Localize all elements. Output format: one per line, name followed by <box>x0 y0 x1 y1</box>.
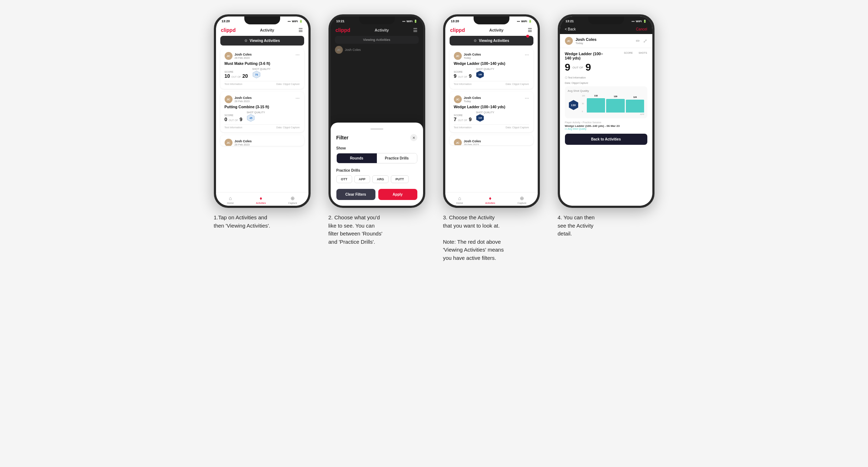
header-title-1: Activity <box>260 28 274 32</box>
user-date-3: 28 Feb 2023 <box>235 143 252 146</box>
sq-value-1: 75 <box>255 73 258 76</box>
nav-activities-1[interactable]: ♦ Activities <box>256 195 266 204</box>
activities-label-3: Activities <box>485 202 495 204</box>
phone-3: 13:20 ▪▪▪ WiFi 🔋 clippd Activity ☰ <box>443 14 540 208</box>
chart-x-label: APP <box>582 113 644 115</box>
phone-1: 13:20 ▪▪▪ WiFi 🔋 clippd Activity ☰ <box>214 14 311 208</box>
viewing-bar-1[interactable]: ⚙ Viewing Activities <box>220 36 304 46</box>
card-user-3-2: JC Josh Coles Today <box>454 95 481 103</box>
hamburger-3[interactable]: ☰ <box>528 27 532 33</box>
phone-notch-4 <box>588 16 624 24</box>
phone-1-col: 13:20 ▪▪▪ WiFi 🔋 clippd Activity ☰ <box>210 14 314 230</box>
status-icons-3: ▪▪▪ WiFi 🔋 <box>517 20 532 23</box>
app-header-3: clippd Activity ☰ <box>445 24 538 36</box>
activity-card-2[interactable]: JC Josh Coles 28 Feb 2023 ··· Putting Co… <box>220 92 304 132</box>
card-menu-3-2[interactable]: ··· <box>525 95 529 100</box>
status-time-2: 13:21 <box>336 19 345 23</box>
activity-card-1[interactable]: JC Josh Coles 28 Feb 2023 ··· Must Make … <box>220 48 304 89</box>
wifi-icon-2: WiFi <box>407 20 413 23</box>
back-to-activities-button[interactable]: Back to Activities <box>565 134 647 145</box>
user-info-3-2: Josh Coles Today <box>464 96 481 103</box>
phone-2-col: 13:21 ▪▪▪ WiFi 🔋 clippd Activity ☰ <box>325 14 429 246</box>
tag-arg[interactable]: ARG <box>372 175 389 183</box>
status-time-3: 13:20 <box>451 19 459 23</box>
cancel-button[interactable]: Cancel <box>636 27 647 31</box>
sq-value-3-1: 130 <box>478 73 482 76</box>
activity-card-3[interactable]: JC Josh Coles 28 Feb 2023 <box>220 135 304 146</box>
bar-1: 132 <box>587 98 605 113</box>
logo-1: clippd <box>221 27 236 33</box>
bar-3-label: 124 <box>633 96 637 98</box>
edit-icon[interactable]: ✏ <box>636 38 640 44</box>
card-title-1: Must Make Putting (3-6 ft) <box>225 61 300 66</box>
bar-2-label: 129 <box>614 95 617 97</box>
rounds-toggle[interactable]: Rounds <box>337 153 377 163</box>
phone-screen-2: 13:21 ▪▪▪ WiFi 🔋 clippd Activity ☰ <box>331 16 423 206</box>
nav-activities-3[interactable]: ♦ Activities <box>485 195 495 204</box>
activity-card-3-3[interactable]: JC Josh Coles 28 Feb 2023 <box>450 135 533 145</box>
apply-button[interactable]: Apply <box>378 189 417 200</box>
status-icons-4: ▪▪▪ WiFi 🔋 <box>632 20 646 23</box>
hamburger-2[interactable]: ☰ <box>413 27 418 33</box>
card-header-3: JC Josh Coles 28 Feb 2023 <box>225 139 300 146</box>
close-filter-button[interactable]: ✕ <box>410 134 417 141</box>
phone-screen-1: 13:20 ▪▪▪ WiFi 🔋 clippd Activity ☰ <box>216 16 308 206</box>
chart-label-50: 50 <box>582 103 585 105</box>
tag-ott[interactable]: OTT <box>336 175 352 183</box>
card-user-2: JC Josh Coles 28 Feb 2023 <box>225 95 252 103</box>
nav-home-1[interactable]: ⌂ Home <box>227 195 234 204</box>
player-activity-label: Player Activity › Practice Session <box>565 121 647 124</box>
practice-drills-toggle[interactable]: Practice Drills <box>377 153 417 163</box>
bg-user-name: Josh Coles <box>345 48 361 52</box>
bar-3: 124 <box>626 100 644 113</box>
signal-icon-4: ▪▪▪ <box>632 20 635 23</box>
nav-capture-1[interactable]: ⊕ Capture <box>288 195 297 204</box>
nav-home-3[interactable]: ⌂ Home <box>456 195 463 204</box>
hamburger-1[interactable]: ☰ <box>298 27 303 33</box>
detail-info-1: ⓘ Test Information <box>565 76 647 80</box>
card-stats-3-1: Score 9 OUT OF 9 Shot Quality <box>454 68 529 79</box>
clear-filters-button[interactable]: Clear Filters <box>336 189 375 200</box>
wifi-icon: WiFi <box>292 20 298 23</box>
signal-icon-3: ▪▪▪ <box>517 20 520 23</box>
card-title-3-1: Wedge Ladder (100–140 yds) <box>454 61 529 66</box>
activities-icon-1: ♦ <box>260 195 262 201</box>
user-name-3: Josh Coles <box>235 139 252 143</box>
show-label: Show <box>336 146 417 150</box>
detail-out-of: OUT OF <box>572 66 583 69</box>
detail-stat-row: 9 OUT OF 9 <box>565 62 647 73</box>
user-info-3: Josh Coles 28 Feb 2023 <box>235 139 252 146</box>
tag-putt[interactable]: PUTT <box>391 175 409 183</box>
battery-icon-4: 🔋 <box>643 20 647 23</box>
tag-app[interactable]: APP <box>354 175 370 183</box>
filter-header: Filter ✕ <box>336 134 417 141</box>
detail-score-value: 9 <box>565 62 571 73</box>
detail-content: Wedge Ladder (100–140 yds) Score Shots 9… <box>560 48 652 206</box>
red-dot-3 <box>526 35 529 38</box>
viewing-bar-text-3: Viewing Activities <box>479 39 509 43</box>
phone-2: 13:21 ▪▪▪ WiFi 🔋 clippd Activity ☰ <box>329 14 425 208</box>
detail-header: < Back Cancel <box>560 24 652 34</box>
session-section: Player Activity › Practice Session Wedge… <box>565 121 647 130</box>
user-info-1: Josh Coles 28 Feb 2023 <box>235 53 252 59</box>
activity-card-3-1[interactable]: JC Josh Coles Today ··· Wedge Ladder (10… <box>450 48 533 89</box>
phone-notch-2 <box>359 16 395 24</box>
chart-label-0: 0 <box>582 110 585 113</box>
back-button[interactable]: < Back <box>565 27 576 31</box>
bar-2: 129 <box>606 99 625 113</box>
viewing-bar-3[interactable]: ⚙ Viewing Activities <box>450 36 533 46</box>
card-menu-3-1[interactable]: ··· <box>525 52 529 57</box>
bottom-nav-3: ⌂ Home ♦ Activities ⊕ Capture <box>445 192 538 206</box>
detail-shots-value: 9 <box>585 62 591 73</box>
battery-icon: 🔋 <box>299 20 303 23</box>
card-menu-1[interactable]: ··· <box>296 52 300 57</box>
nav-capture-3[interactable]: ⊕ Capture <box>517 195 526 204</box>
expand-icon[interactable]: ⤢ <box>643 38 647 44</box>
filter-actions: Clear Filters Apply <box>336 189 417 200</box>
activity-card-3-2[interactable]: JC Josh Coles Today ··· Wedge Ladder (10… <box>450 92 533 132</box>
logo-2: clippd <box>336 27 350 33</box>
phone-screen-4: 13:21 ▪▪▪ WiFi 🔋 < Back Cancel <box>560 16 652 206</box>
capture-icon-1: ⊕ <box>291 195 295 201</box>
home-icon-1: ⌂ <box>229 195 232 201</box>
card-menu-2[interactable]: ··· <box>296 95 300 100</box>
